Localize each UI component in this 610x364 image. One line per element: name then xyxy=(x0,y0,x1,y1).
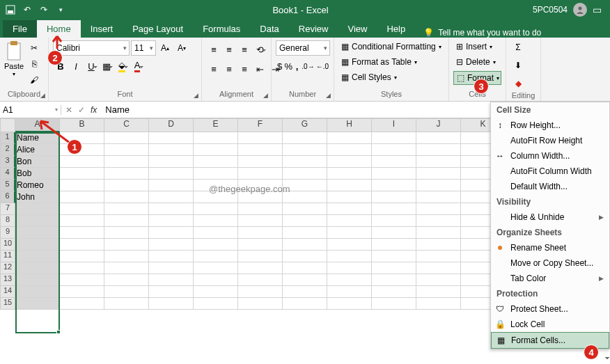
cell[interactable] xyxy=(60,251,104,262)
cell[interactable] xyxy=(194,298,238,310)
cell[interactable] xyxy=(104,168,149,180)
cell[interactable] xyxy=(60,274,104,286)
cell[interactable] xyxy=(149,156,194,168)
cell[interactable] xyxy=(104,132,149,144)
name-box[interactable]: A1▾ xyxy=(0,105,61,115)
cell[interactable] xyxy=(283,203,327,215)
cell[interactable]: Bon xyxy=(15,156,60,168)
cell[interactable] xyxy=(149,168,194,180)
cancel-formula-icon[interactable]: ✕ xyxy=(65,105,72,115)
cell[interactable] xyxy=(327,191,372,203)
cell[interactable] xyxy=(416,168,461,180)
cell[interactable] xyxy=(104,191,149,203)
cell[interactable] xyxy=(15,274,60,286)
cell[interactable] xyxy=(60,227,104,239)
cell[interactable] xyxy=(15,251,60,262)
cell[interactable] xyxy=(194,203,238,215)
cell-styles-button[interactable]: ▦Cell Styles▾ xyxy=(338,71,444,84)
fill-icon[interactable]: ⬇ xyxy=(510,58,526,73)
menu-default-width[interactable]: Default Width... xyxy=(491,179,609,194)
cell[interactable] xyxy=(283,274,327,286)
cell[interactable] xyxy=(327,180,372,191)
orientation-icon[interactable]: ⟲ xyxy=(252,42,267,57)
paste-label[interactable]: Paste xyxy=(4,62,24,70)
cell[interactable] xyxy=(104,215,149,227)
tell-me-search[interactable]: 💡 Tell me what you want to do xyxy=(423,28,541,38)
menu-tab-color[interactable]: Tab Color▶ xyxy=(491,271,609,286)
cell[interactable] xyxy=(416,227,461,239)
format-painter-icon[interactable]: 🖌 xyxy=(26,72,42,88)
cell[interactable] xyxy=(238,144,283,156)
cell[interactable] xyxy=(372,251,416,262)
tab-data[interactable]: Data xyxy=(250,20,288,38)
row-header-13[interactable]: 13 xyxy=(0,274,15,286)
cell[interactable] xyxy=(238,215,283,227)
cell[interactable] xyxy=(327,132,372,144)
tab-view[interactable]: View xyxy=(338,20,377,38)
row-header-3[interactable]: 3 xyxy=(0,156,15,168)
cell[interactable] xyxy=(194,215,238,227)
cell[interactable] xyxy=(372,144,416,156)
cell[interactable] xyxy=(416,274,461,286)
cell[interactable] xyxy=(416,132,461,144)
ribbon-display-icon[interactable]: ▭ xyxy=(593,4,602,15)
cell[interactable] xyxy=(15,286,60,298)
decrease-decimal-icon[interactable]: ←.0 xyxy=(315,58,329,74)
row-header-6[interactable]: 6 xyxy=(0,191,15,203)
menu-hide-unhide[interactable]: Hide & Unhide▶ xyxy=(491,209,609,225)
cell[interactable] xyxy=(327,298,372,310)
cell[interactable] xyxy=(60,168,104,180)
cell[interactable] xyxy=(238,156,283,168)
delete-cells-button[interactable]: ⊟Delete▾ xyxy=(453,56,501,68)
column-header-H[interactable]: H xyxy=(327,118,372,132)
cell[interactable] xyxy=(416,156,461,168)
cell[interactable] xyxy=(238,274,283,286)
cell[interactable] xyxy=(149,215,194,227)
user-name[interactable]: 5PC0504 xyxy=(533,5,568,15)
tab-review[interactable]: Review xyxy=(289,20,338,38)
cell[interactable] xyxy=(104,251,149,262)
cell[interactable] xyxy=(104,227,149,239)
column-header-J[interactable]: J xyxy=(416,118,461,132)
cell[interactable] xyxy=(416,286,461,298)
cell[interactable] xyxy=(149,132,194,144)
cell[interactable] xyxy=(372,227,416,239)
underline-button[interactable]: U xyxy=(84,58,99,74)
cell[interactable] xyxy=(238,168,283,180)
cell[interactable] xyxy=(238,298,283,310)
tab-help[interactable]: Help xyxy=(377,20,415,38)
comma-format-icon[interactable]: , xyxy=(293,58,301,74)
menu-column-width[interactable]: ↔Column Width... xyxy=(491,148,609,164)
font-color-icon[interactable]: A xyxy=(130,58,145,74)
font-size-select[interactable]: 11 xyxy=(131,40,156,56)
row-header-5[interactable]: 5 xyxy=(0,180,15,191)
cell[interactable] xyxy=(149,251,194,262)
cell[interactable] xyxy=(104,274,149,286)
cell[interactable] xyxy=(60,215,104,227)
cell[interactable] xyxy=(372,298,416,310)
cell[interactable] xyxy=(283,251,327,262)
cell[interactable] xyxy=(372,132,416,144)
copy-icon[interactable]: ⎘ xyxy=(26,56,42,72)
cell[interactable] xyxy=(149,203,194,215)
cell[interactable] xyxy=(60,262,104,274)
cell[interactable] xyxy=(194,251,238,262)
clipboard-launcher-icon[interactable]: ◢ xyxy=(40,91,45,100)
align-left-icon[interactable]: ≡ xyxy=(206,61,221,77)
cell[interactable] xyxy=(327,156,372,168)
menu-lock-cell[interactable]: 🔒Lock Cell xyxy=(491,317,609,332)
cell[interactable] xyxy=(238,132,283,144)
cell[interactable] xyxy=(149,239,194,251)
cell[interactable] xyxy=(104,239,149,251)
cell[interactable] xyxy=(372,156,416,168)
cell[interactable] xyxy=(372,168,416,180)
percent-format-icon[interactable]: % xyxy=(283,58,293,74)
cell[interactable] xyxy=(149,191,194,203)
menu-protect-sheet[interactable]: 🛡Protect Sheet... xyxy=(491,301,609,317)
cell[interactable] xyxy=(327,227,372,239)
cell[interactable] xyxy=(104,156,149,168)
cell[interactable] xyxy=(149,298,194,310)
italic-button[interactable]: I xyxy=(68,58,84,74)
cell[interactable] xyxy=(149,180,194,191)
cell[interactable] xyxy=(149,262,194,274)
